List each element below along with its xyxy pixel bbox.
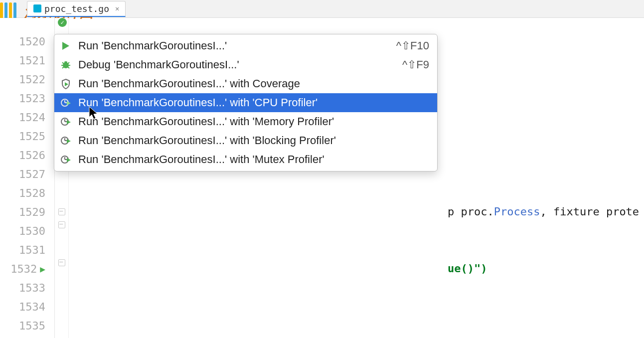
run-context-menu: Run 'BenchmarkGoroutinesI...' ^⇧F10 Debu… [54, 34, 438, 171]
svg-line-8 [68, 67, 69, 68]
menu-label: Run 'BenchmarkGoroutinesI...' with 'Mute… [78, 153, 324, 166]
line-number: 1527 [19, 168, 45, 180]
line-number: 1530 [19, 225, 45, 237]
fold-toggle[interactable] [58, 208, 65, 215]
coverage-icon [59, 77, 72, 90]
status-ok-icon: ✓ [58, 18, 67, 27]
svg-line-7 [62, 67, 64, 68]
svg-rect-2 [64, 61, 67, 63]
menu-run-blocking-profiler[interactable]: Run 'BenchmarkGoroutinesI...' with 'Bloc… [54, 131, 437, 150]
run-gutter-icon[interactable]: ▶ [40, 264, 45, 274]
svg-marker-17 [67, 120, 71, 124]
line-number: 1523 [19, 92, 45, 105]
svg-line-5 [62, 62, 64, 64]
menu-label: Run 'BenchmarkGoroutinesI...' with Cover… [78, 77, 300, 90]
line-number: 1531 [19, 244, 45, 256]
line-number: 1532 [10, 263, 37, 275]
svg-marker-21 [67, 139, 71, 143]
fold-toggle[interactable] [58, 221, 65, 228]
profiler-icon [59, 153, 72, 166]
menu-label: Debug 'BenchmarkGoroutinesI...' [78, 58, 239, 71]
menu-shortcut: ^⇧F10 [396, 39, 429, 52]
line-number: 1529 [19, 206, 45, 218]
menu-debug[interactable]: Debug 'BenchmarkGoroutinesI...' ^⇧F9 [54, 55, 437, 74]
menu-label: Run 'BenchmarkGoroutinesI...' [78, 39, 227, 52]
line-number: 1524 [19, 111, 45, 124]
line-number: 1533 [19, 282, 45, 294]
profiler-icon [59, 134, 72, 147]
svg-marker-13 [67, 101, 71, 105]
bug-icon [59, 58, 72, 71]
close-icon[interactable]: ✕ [115, 4, 119, 12]
profiler-icon [59, 96, 72, 109]
menu-run-coverage[interactable]: Run 'BenchmarkGoroutinesI...' with Cover… [54, 74, 437, 93]
menu-label: Run 'BenchmarkGoroutinesI...' with 'CPU … [78, 96, 318, 109]
line-number: 1535 [19, 320, 45, 332]
menu-run-cpu-profiler[interactable]: Run 'BenchmarkGoroutinesI...' with 'CPU … [54, 93, 437, 112]
menu-run-memory-profiler[interactable]: Run 'BenchmarkGoroutinesI...' with 'Memo… [54, 112, 437, 131]
line-number: 1534 [19, 301, 45, 313]
menu-shortcut: ^⇧F9 [402, 58, 429, 71]
line-number: 1525 [19, 130, 45, 143]
line-number: 1528 [19, 187, 45, 199]
svg-marker-25 [67, 158, 71, 162]
fold-toggle[interactable] [58, 259, 65, 266]
svg-line-6 [68, 62, 69, 64]
line-number: 1520 [19, 35, 45, 48]
menu-run[interactable]: Run 'BenchmarkGoroutinesI...' ^⇧F10 [54, 36, 437, 55]
svg-marker-9 [65, 82, 68, 86]
play-icon [59, 39, 72, 52]
tab-filename: proc_test.go [44, 3, 109, 14]
line-number-gutter: 1520 1521 1522 1523 1524 1525 1526 1527 … [0, 18, 55, 338]
go-file-icon [33, 4, 41, 12]
line-number: 1521 [19, 54, 45, 67]
file-tab[interactable]: proc_test.go ✕ [27, 1, 126, 17]
profiler-icon [59, 115, 72, 128]
line-number: 1522 [19, 73, 45, 86]
tab-bar: proc_test.go ✕ [0, 0, 644, 18]
line-number: 1526 [19, 149, 45, 162]
menu-label: Run 'BenchmarkGoroutinesI...' with 'Memo… [78, 115, 334, 128]
menu-label: Run 'BenchmarkGoroutinesI...' with 'Bloc… [78, 134, 336, 147]
svg-marker-0 [62, 42, 69, 50]
menu-run-mutex-profiler[interactable]: Run 'BenchmarkGoroutinesI...' with 'Mute… [54, 150, 437, 169]
